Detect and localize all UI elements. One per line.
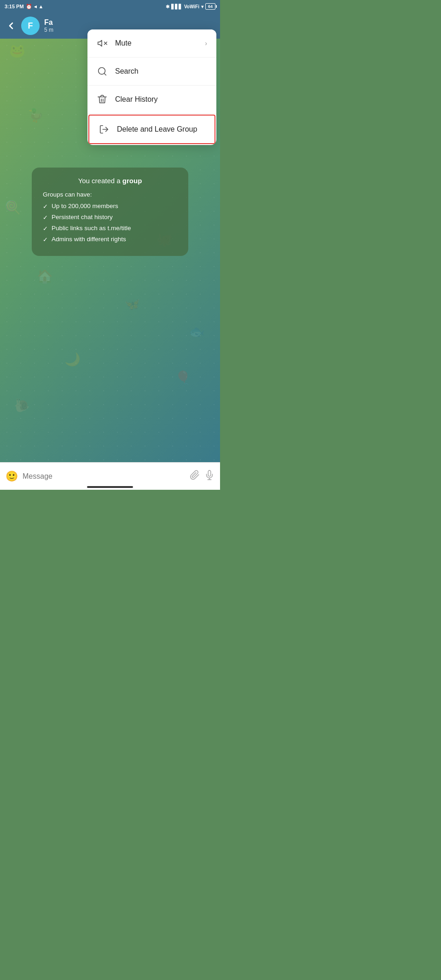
dropdown-overlay: Mute › Search	[0, 0, 220, 490]
menu-item-search[interactable]: Search	[87, 58, 216, 86]
clear-history-label: Clear History	[115, 95, 207, 104]
clear-history-icon	[97, 94, 108, 105]
delete-leave-label: Delete and Leave Group	[117, 125, 205, 133]
svg-line-3	[104, 73, 106, 75]
mute-icon	[97, 38, 108, 49]
search-icon	[97, 66, 108, 77]
mute-chevron: ›	[205, 40, 207, 47]
mute-label: Mute	[115, 39, 197, 47]
delete-leave-icon	[99, 124, 110, 135]
context-menu: Mute › Search	[87, 29, 216, 145]
menu-item-clear-history[interactable]: Clear History	[87, 86, 216, 114]
menu-item-mute[interactable]: Mute ›	[87, 29, 216, 58]
search-label: Search	[115, 67, 207, 75]
home-indicator	[87, 486, 133, 488]
menu-item-delete-leave[interactable]: Delete and Leave Group	[88, 115, 215, 144]
